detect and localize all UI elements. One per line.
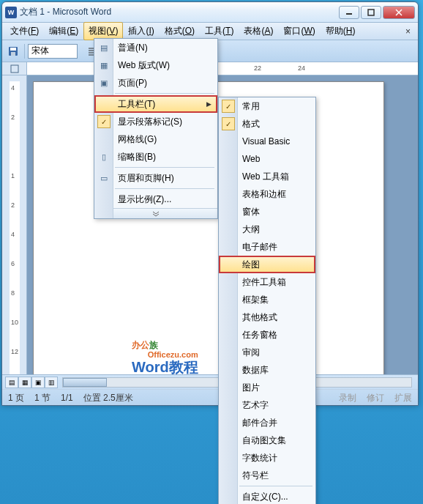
toolbar-wordart[interactable]: 艺术字 <box>219 396 315 414</box>
toolbar-other-format[interactable]: 其他格式 <box>219 308 315 326</box>
toolbar-frames[interactable]: 框架集 <box>219 291 315 308</box>
check-icon: ✓ <box>97 115 111 128</box>
toolbar-database[interactable]: 数据库 <box>219 361 315 379</box>
minimize-button[interactable] <box>339 6 359 19</box>
toolbar-outline[interactable]: 大纲 <box>219 220 315 238</box>
maximize-button[interactable] <box>361 6 381 19</box>
menu-separator <box>115 167 214 168</box>
check-icon: ✓ <box>222 117 235 130</box>
view-page-button[interactable]: ▣ <box>31 377 45 388</box>
menu-help[interactable]: 帮助(H) <box>321 22 361 40</box>
menu-table[interactable]: 表格(A) <box>239 22 278 40</box>
web-view-icon: ▦ <box>97 59 111 72</box>
view-outline-button[interactable]: ▥ <box>45 377 58 388</box>
menu-window[interactable]: 窗口(W) <box>278 22 320 40</box>
toolbar-picture[interactable]: 图片 <box>219 379 315 396</box>
font-name: 宋体 <box>31 45 49 57</box>
status-section: 1 节 <box>34 392 50 404</box>
scroll-thumb[interactable] <box>63 378 107 387</box>
svg-rect-1 <box>368 10 374 15</box>
toolbar-forms[interactable]: 窗体 <box>219 203 315 220</box>
toolbar-formatting[interactable]: ✓格式 <box>219 115 315 133</box>
view-paragraph-marks[interactable]: ✓显示段落标记(S) <box>94 113 217 130</box>
menu-separator <box>115 188 214 189</box>
toolbar-task-pane[interactable]: 任务窗格 <box>219 326 315 344</box>
status-page: 1 页 <box>8 392 24 404</box>
toolbar-review[interactable]: 审阅 <box>219 344 315 361</box>
toolbar-web[interactable]: Web <box>219 150 315 168</box>
menu-separator <box>239 486 312 486</box>
svg-rect-5 <box>10 48 16 51</box>
status-revision: 修订 <box>367 392 384 404</box>
toolbar-drawing[interactable]: 绘图 <box>219 256 315 273</box>
menu-doc-close[interactable]: × <box>401 25 415 38</box>
menu-edit[interactable]: 编辑(E) <box>44 22 83 40</box>
toolbar-symbols[interactable]: 符号栏 <box>219 467 315 484</box>
view-page-layout[interactable]: ▣页面(P) <box>94 74 217 92</box>
close-button[interactable] <box>383 6 415 19</box>
page-view-icon: ▣ <box>97 76 111 89</box>
toolbars-submenu: ✓常用 ✓格式 Visual Basic Web Web 工具箱 表格和边框 窗… <box>218 97 316 504</box>
statusbar: ▤ ▦ ▣ ▥ 1 页 1 节 1/1 位置 2.5厘米 录制 修订 扩展 <box>2 374 418 405</box>
submenu-arrow-icon: ▶ <box>206 100 212 108</box>
view-web-layout[interactable]: ▦Web 版式(W) <box>94 56 217 74</box>
font-select[interactable]: 宋体 <box>28 44 78 59</box>
menu-separator <box>115 93 214 94</box>
view-gridlines[interactable]: 网格线(G) <box>94 130 217 148</box>
check-icon: ✓ <box>222 100 235 113</box>
status-extend: 扩展 <box>394 392 412 404</box>
toolbar-word-count[interactable]: 字数统计 <box>219 449 315 467</box>
titlebar: W 文档 1 - Microsoft Word <box>2 2 418 23</box>
toolbar-standard[interactable]: ✓常用 <box>219 97 315 115</box>
view-web-button[interactable]: ▦ <box>18 377 31 388</box>
view-thumbnails[interactable]: ▯缩略图(B) <box>94 148 217 166</box>
view-zoom[interactable]: 显示比例(Z)... <box>94 190 217 208</box>
toolbar-separator <box>24 44 25 59</box>
view-header-footer[interactable]: ▭页眉和页脚(H) <box>94 169 217 187</box>
status-position: 位置 2.5厘米 <box>83 392 133 404</box>
status-pages: 1/1 <box>61 393 73 403</box>
thumbnail-icon: ▯ <box>97 150 111 163</box>
header-footer-icon: ▭ <box>97 171 111 185</box>
ruler-scale[interactable]: 18 20 22 24 <box>27 62 418 75</box>
toolbar-customize[interactable]: 自定义(C)... <box>219 488 315 504</box>
window-title: 文档 1 - Microsoft Word <box>20 6 337 18</box>
svg-rect-27 <box>11 65 18 73</box>
toolbar-autotext[interactable]: 自动图文集 <box>219 431 315 449</box>
status-record: 录制 <box>339 392 356 404</box>
toolbar-email[interactable]: 电子邮件 <box>219 238 315 256</box>
toolbar-visual-basic[interactable]: Visual Basic <box>219 133 315 150</box>
svg-rect-6 <box>11 52 15 56</box>
view-normal-button[interactable]: ▤ <box>5 377 18 388</box>
vertical-ruler[interactable]: 4 2 1 2 4 6 8 10 12 <box>2 75 27 390</box>
normal-view-icon: ▤ <box>97 41 111 54</box>
save-icon[interactable] <box>5 43 21 59</box>
ruler-corner <box>2 62 27 75</box>
word-icon: W <box>5 7 17 18</box>
toolbar-tables-borders[interactable]: 表格和边框 <box>219 185 315 203</box>
menu-file[interactable]: 文件(F) <box>5 22 44 40</box>
toolbar-controls[interactable]: 控件工具箱 <box>219 273 315 291</box>
view-normal[interactable]: ▤普通(N) <box>94 39 217 56</box>
view-toolbars[interactable]: 工具栏(T)▶ <box>94 95 217 113</box>
view-menu-dropdown: ▤普通(N) ▦Web 版式(W) ▣页面(P) 工具栏(T)▶ ✓显示段落标记… <box>94 38 218 219</box>
toolbar-mail-merge[interactable]: 邮件合并 <box>219 414 315 431</box>
toolbar-web-tools[interactable]: Web 工具箱 <box>219 168 315 185</box>
